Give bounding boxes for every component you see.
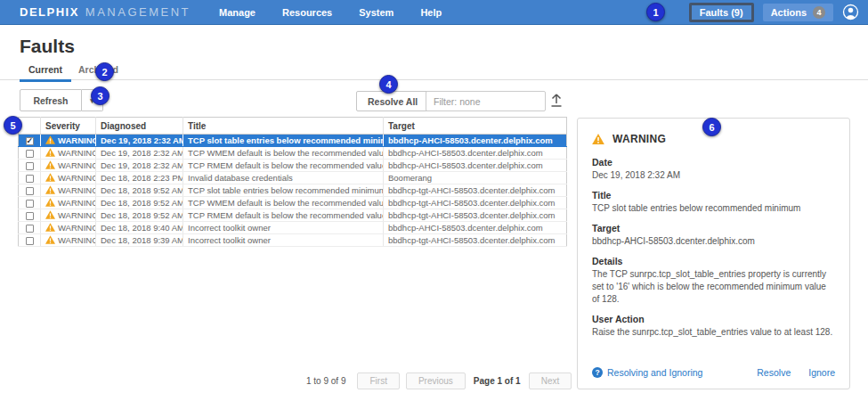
column-header-target[interactable]: Target — [384, 118, 567, 135]
row-target: bbdhcp-AHCI-58503.dcenter.delphix.com — [384, 222, 567, 234]
row-severity: WARNING — [41, 234, 96, 247]
pagination-first-button[interactable]: First — [357, 373, 399, 389]
warning-icon — [45, 198, 55, 207]
table-row[interactable]: WARNING Dec 19, 2018 2:32 AM TCP slot ta… — [19, 135, 567, 147]
row-checkbox-cell[interactable] — [19, 135, 41, 147]
row-target: bbdhcp-tgt-AHCI-58503.dcenter.delphix.co… — [384, 209, 567, 222]
field-date: Date Dec 19, 2018 2:32 AM — [592, 157, 835, 182]
faults-table-body: WARNING Dec 19, 2018 2:32 AM TCP slot ta… — [19, 135, 567, 247]
row-checkbox[interactable] — [26, 212, 34, 220]
warning-icon — [45, 160, 55, 169]
row-checkbox[interactable] — [26, 200, 34, 208]
row-checkbox-cell[interactable] — [19, 234, 41, 247]
severity-text: WARNING — [58, 185, 96, 195]
resolve-link[interactable]: Resolve — [757, 367, 791, 378]
brand-secondary: MANAGEMENT — [85, 5, 191, 19]
row-severity: WARNING — [41, 184, 96, 197]
row-diagnosed: Dec 18, 2018 9:52 AM — [96, 209, 183, 222]
refresh-button[interactable]: Refresh — [20, 89, 82, 111]
row-title: TCP RMEM default is below the recommende… — [183, 160, 384, 172]
actions-count-badge: 4 — [813, 6, 825, 19]
row-diagnosed: Dec 18, 2018 9:39 AM — [96, 234, 183, 247]
row-diagnosed: Dec 18, 2018 9:52 AM — [96, 197, 183, 209]
row-target: bbdhcp-AHCI-58503.dcenter.delphix.com — [384, 135, 567, 147]
field-details-label: Details — [592, 256, 835, 266]
row-checkbox-cell[interactable] — [19, 197, 41, 209]
table-row[interactable]: WARNING Dec 18, 2018 2:23 PM Invalid dat… — [19, 172, 567, 184]
pagination-page-indicator: Page 1 of 1 — [474, 376, 521, 386]
field-target-value: bbdhcp-AHCI-58503.dcenter.delphix.com — [592, 235, 835, 248]
table-row[interactable]: WARNING Dec 19, 2018 2:32 AM TCP RMEM de… — [19, 160, 567, 172]
warning-icon — [45, 210, 55, 219]
row-diagnosed: Dec 19, 2018 2:32 AM — [96, 160, 183, 172]
table-row[interactable]: WARNING Dec 18, 2018 9:52 AM TCP RMEM de… — [19, 209, 567, 222]
nav-item-help[interactable]: Help — [420, 7, 442, 18]
brand-primary: DELPHIX — [20, 5, 79, 19]
row-title: Invalid database credentials — [183, 172, 384, 184]
pagination-previous-button[interactable]: Previous — [406, 373, 466, 389]
page-title: Faults — [20, 36, 75, 57]
nav-item-resources[interactable]: Resources — [282, 7, 332, 18]
warning-icon — [45, 135, 55, 144]
table-row[interactable]: WARNING Dec 18, 2018 9:40 AM Incorrect t… — [19, 222, 567, 234]
row-diagnosed: Dec 19, 2018 2:32 AM — [96, 147, 183, 160]
user-profile-icon[interactable] — [842, 4, 859, 20]
row-checkbox-cell[interactable] — [19, 147, 41, 160]
row-checkbox[interactable] — [26, 137, 34, 145]
row-checkbox-cell[interactable] — [19, 209, 41, 222]
warning-icon — [45, 173, 55, 182]
nav-item-system[interactable]: System — [359, 7, 393, 18]
export-icon — [549, 93, 564, 108]
row-checkbox[interactable] — [26, 225, 34, 233]
resolving-and-ignoring-link[interactable]: ? Resolving and Ignoring — [592, 367, 702, 378]
nav-right: Faults (9) Actions 4 — [689, 3, 859, 22]
row-checkbox-cell[interactable] — [19, 222, 41, 234]
pagination-next-button[interactable]: Next — [529, 373, 572, 389]
actions-button[interactable]: Actions 4 — [763, 4, 833, 21]
panel-severity-label: WARNING — [612, 133, 666, 145]
faults-button[interactable]: Faults (9) — [689, 3, 754, 22]
filter-input[interactable] — [426, 91, 546, 111]
row-diagnosed: Dec 18, 2018 9:52 AM — [96, 184, 183, 197]
warning-icon — [45, 235, 55, 244]
field-user-action-value: Raise the sunrpc.tcp_slot_table_entries … — [592, 326, 835, 339]
column-header-title[interactable]: Title — [183, 118, 384, 135]
row-checkbox-cell[interactable] — [19, 172, 41, 184]
nav-item-manage[interactable]: Manage — [219, 7, 256, 18]
field-user-action: User Action Raise the sunrpc.tcp_slot_ta… — [592, 314, 835, 339]
severity-text: WARNING — [58, 160, 96, 170]
tab-current[interactable]: Current — [20, 64, 71, 82]
row-checkbox[interactable] — [26, 162, 34, 170]
table-row[interactable]: WARNING Dec 18, 2018 9:39 AM Incorrect t… — [19, 234, 567, 247]
severity-text: WARNING — [58, 235, 96, 245]
table-row[interactable]: WARNING Dec 19, 2018 2:32 AM TCP WMEM de… — [19, 147, 567, 160]
row-checkbox[interactable] — [26, 175, 34, 183]
export-button[interactable] — [549, 93, 564, 111]
row-checkbox[interactable] — [26, 150, 34, 158]
row-checkbox-cell[interactable] — [19, 160, 41, 172]
row-checkbox[interactable] — [26, 187, 34, 195]
row-checkbox-cell[interactable] — [19, 184, 41, 197]
callout-3: 3 — [91, 86, 110, 105]
top-navbar: DELPHIX MANAGEMENT Manage Resources Syst… — [0, 0, 868, 25]
row-target: bbdhcp-tgt-AHCI-58503.dcenter.delphix.co… — [384, 234, 567, 247]
table-header-row: Severity Diagnosed Title Target — [19, 118, 567, 135]
tab-bar: Current Archived — [0, 62, 868, 80]
row-title: TCP WMEM default is below the recommende… — [183, 147, 384, 160]
pagination-range: 1 to 9 of 9 — [306, 376, 345, 386]
severity-text: WARNING — [58, 135, 96, 145]
pagination: 1 to 9 of 9 First Previous Page 1 of 1 N… — [306, 373, 620, 389]
severity-text: WARNING — [58, 198, 96, 208]
severity-text: WARNING — [58, 173, 96, 183]
row-checkbox[interactable] — [26, 237, 34, 245]
column-header-severity[interactable]: Severity — [41, 118, 96, 135]
table-row[interactable]: WARNING Dec 18, 2018 9:52 AM TCP slot ta… — [19, 184, 567, 197]
resolve-all-button[interactable]: Resolve All — [356, 91, 429, 111]
column-header-diagnosed[interactable]: Diagnosed — [96, 118, 183, 135]
field-title-label: Title — [592, 190, 835, 201]
ignore-link[interactable]: Ignore — [808, 367, 835, 378]
severity-text: WARNING — [58, 223, 96, 233]
panel-actions: Resolve Ignore — [757, 367, 835, 378]
field-user-action-label: User Action — [592, 314, 835, 324]
table-row[interactable]: WARNING Dec 18, 2018 9:52 AM TCP WMEM de… — [19, 197, 567, 209]
